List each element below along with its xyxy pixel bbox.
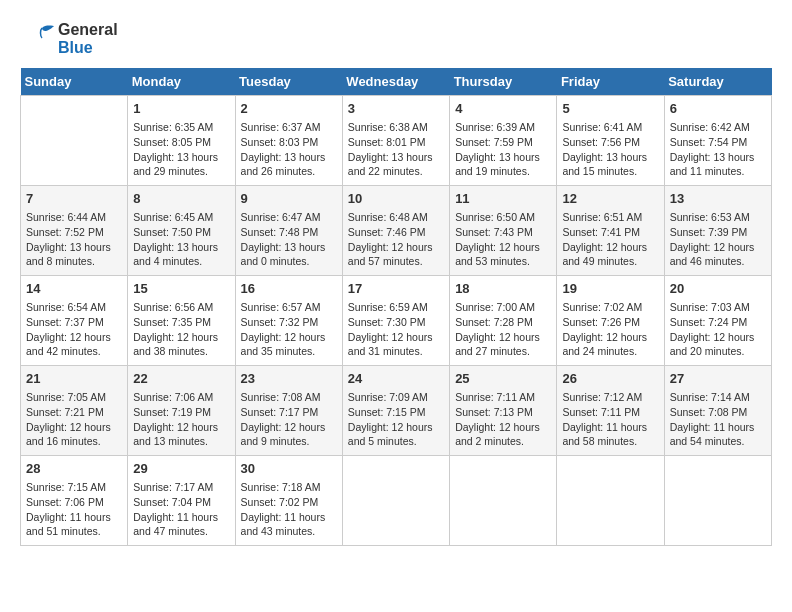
day-info: Sunrise: 7:03 AMSunset: 7:24 PMDaylight:…	[670, 300, 766, 359]
calendar-cell: 9Sunrise: 6:47 AMSunset: 7:48 PMDaylight…	[235, 186, 342, 276]
week-row-1: 7Sunrise: 6:44 AMSunset: 7:52 PMDaylight…	[21, 186, 772, 276]
day-number: 10	[348, 190, 444, 208]
day-number: 30	[241, 460, 337, 478]
day-number: 23	[241, 370, 337, 388]
week-row-4: 28Sunrise: 7:15 AMSunset: 7:06 PMDayligh…	[21, 456, 772, 546]
calendar-cell: 5Sunrise: 6:41 AMSunset: 7:56 PMDaylight…	[557, 96, 664, 186]
calendar-cell: 7Sunrise: 6:44 AMSunset: 7:52 PMDaylight…	[21, 186, 128, 276]
day-number: 16	[241, 280, 337, 298]
day-number: 21	[26, 370, 122, 388]
day-info: Sunrise: 6:42 AMSunset: 7:54 PMDaylight:…	[670, 120, 766, 179]
day-number: 6	[670, 100, 766, 118]
calendar-cell: 27Sunrise: 7:14 AMSunset: 7:08 PMDayligh…	[664, 366, 771, 456]
calendar-cell: 18Sunrise: 7:00 AMSunset: 7:28 PMDayligh…	[450, 276, 557, 366]
day-number: 1	[133, 100, 229, 118]
day-number: 2	[241, 100, 337, 118]
day-info: Sunrise: 7:00 AMSunset: 7:28 PMDaylight:…	[455, 300, 551, 359]
day-info: Sunrise: 6:56 AMSunset: 7:35 PMDaylight:…	[133, 300, 229, 359]
calendar-cell: 10Sunrise: 6:48 AMSunset: 7:46 PMDayligh…	[342, 186, 449, 276]
calendar-cell	[450, 456, 557, 546]
calendar-cell: 21Sunrise: 7:05 AMSunset: 7:21 PMDayligh…	[21, 366, 128, 456]
day-info: Sunrise: 6:48 AMSunset: 7:46 PMDaylight:…	[348, 210, 444, 269]
calendar-cell	[557, 456, 664, 546]
logo: General Blue	[20, 20, 118, 58]
day-number: 20	[670, 280, 766, 298]
day-number: 8	[133, 190, 229, 208]
day-number: 26	[562, 370, 658, 388]
calendar-cell: 25Sunrise: 7:11 AMSunset: 7:13 PMDayligh…	[450, 366, 557, 456]
header-cell-sunday: Sunday	[21, 68, 128, 96]
calendar-cell: 4Sunrise: 6:39 AMSunset: 7:59 PMDaylight…	[450, 96, 557, 186]
day-info: Sunrise: 6:54 AMSunset: 7:37 PMDaylight:…	[26, 300, 122, 359]
day-info: Sunrise: 6:47 AMSunset: 7:48 PMDaylight:…	[241, 210, 337, 269]
day-number: 4	[455, 100, 551, 118]
calendar-cell: 28Sunrise: 7:15 AMSunset: 7:06 PMDayligh…	[21, 456, 128, 546]
calendar-body: 1Sunrise: 6:35 AMSunset: 8:05 PMDaylight…	[21, 96, 772, 546]
day-info: Sunrise: 6:37 AMSunset: 8:03 PMDaylight:…	[241, 120, 337, 179]
calendar-cell: 3Sunrise: 6:38 AMSunset: 8:01 PMDaylight…	[342, 96, 449, 186]
day-number: 17	[348, 280, 444, 298]
day-info: Sunrise: 7:02 AMSunset: 7:26 PMDaylight:…	[562, 300, 658, 359]
day-number: 27	[670, 370, 766, 388]
header-cell-tuesday: Tuesday	[235, 68, 342, 96]
header-row: SundayMondayTuesdayWednesdayThursdayFrid…	[21, 68, 772, 96]
calendar-cell: 19Sunrise: 7:02 AMSunset: 7:26 PMDayligh…	[557, 276, 664, 366]
day-info: Sunrise: 6:38 AMSunset: 8:01 PMDaylight:…	[348, 120, 444, 179]
day-info: Sunrise: 7:08 AMSunset: 7:17 PMDaylight:…	[241, 390, 337, 449]
day-info: Sunrise: 6:45 AMSunset: 7:50 PMDaylight:…	[133, 210, 229, 269]
day-info: Sunrise: 6:35 AMSunset: 8:05 PMDaylight:…	[133, 120, 229, 179]
day-info: Sunrise: 6:50 AMSunset: 7:43 PMDaylight:…	[455, 210, 551, 269]
day-info: Sunrise: 7:12 AMSunset: 7:11 PMDaylight:…	[562, 390, 658, 449]
calendar-cell	[21, 96, 128, 186]
day-number: 29	[133, 460, 229, 478]
day-number: 9	[241, 190, 337, 208]
calendar-cell: 16Sunrise: 6:57 AMSunset: 7:32 PMDayligh…	[235, 276, 342, 366]
day-info: Sunrise: 6:59 AMSunset: 7:30 PMDaylight:…	[348, 300, 444, 359]
calendar-cell: 12Sunrise: 6:51 AMSunset: 7:41 PMDayligh…	[557, 186, 664, 276]
calendar-table: SundayMondayTuesdayWednesdayThursdayFrid…	[20, 68, 772, 546]
day-info: Sunrise: 6:39 AMSunset: 7:59 PMDaylight:…	[455, 120, 551, 179]
calendar-cell: 22Sunrise: 7:06 AMSunset: 7:19 PMDayligh…	[128, 366, 235, 456]
day-number: 14	[26, 280, 122, 298]
calendar-cell: 14Sunrise: 6:54 AMSunset: 7:37 PMDayligh…	[21, 276, 128, 366]
day-number: 18	[455, 280, 551, 298]
calendar-cell: 6Sunrise: 6:42 AMSunset: 7:54 PMDaylight…	[664, 96, 771, 186]
week-row-0: 1Sunrise: 6:35 AMSunset: 8:05 PMDaylight…	[21, 96, 772, 186]
day-number: 5	[562, 100, 658, 118]
calendar-cell	[664, 456, 771, 546]
header-cell-friday: Friday	[557, 68, 664, 96]
calendar-header: SundayMondayTuesdayWednesdayThursdayFrid…	[21, 68, 772, 96]
day-info: Sunrise: 7:05 AMSunset: 7:21 PMDaylight:…	[26, 390, 122, 449]
day-info: Sunrise: 7:15 AMSunset: 7:06 PMDaylight:…	[26, 480, 122, 539]
calendar-cell: 29Sunrise: 7:17 AMSunset: 7:04 PMDayligh…	[128, 456, 235, 546]
day-info: Sunrise: 7:14 AMSunset: 7:08 PMDaylight:…	[670, 390, 766, 449]
header-cell-wednesday: Wednesday	[342, 68, 449, 96]
header-cell-monday: Monday	[128, 68, 235, 96]
week-row-2: 14Sunrise: 6:54 AMSunset: 7:37 PMDayligh…	[21, 276, 772, 366]
calendar-cell: 1Sunrise: 6:35 AMSunset: 8:05 PMDaylight…	[128, 96, 235, 186]
day-info: Sunrise: 7:09 AMSunset: 7:15 PMDaylight:…	[348, 390, 444, 449]
day-info: Sunrise: 6:44 AMSunset: 7:52 PMDaylight:…	[26, 210, 122, 269]
calendar-cell: 26Sunrise: 7:12 AMSunset: 7:11 PMDayligh…	[557, 366, 664, 456]
calendar-cell: 17Sunrise: 6:59 AMSunset: 7:30 PMDayligh…	[342, 276, 449, 366]
day-number: 12	[562, 190, 658, 208]
day-info: Sunrise: 7:06 AMSunset: 7:19 PMDaylight:…	[133, 390, 229, 449]
logo-general-text: General	[58, 21, 118, 39]
day-number: 3	[348, 100, 444, 118]
calendar-cell: 2Sunrise: 6:37 AMSunset: 8:03 PMDaylight…	[235, 96, 342, 186]
day-number: 25	[455, 370, 551, 388]
day-info: Sunrise: 7:17 AMSunset: 7:04 PMDaylight:…	[133, 480, 229, 539]
page-header: General Blue	[20, 20, 772, 58]
logo-bird-icon	[20, 20, 58, 58]
calendar-cell: 30Sunrise: 7:18 AMSunset: 7:02 PMDayligh…	[235, 456, 342, 546]
day-info: Sunrise: 7:18 AMSunset: 7:02 PMDaylight:…	[241, 480, 337, 539]
calendar-cell: 24Sunrise: 7:09 AMSunset: 7:15 PMDayligh…	[342, 366, 449, 456]
day-number: 24	[348, 370, 444, 388]
header-cell-thursday: Thursday	[450, 68, 557, 96]
calendar-cell: 23Sunrise: 7:08 AMSunset: 7:17 PMDayligh…	[235, 366, 342, 456]
day-info: Sunrise: 6:53 AMSunset: 7:39 PMDaylight:…	[670, 210, 766, 269]
day-info: Sunrise: 7:11 AMSunset: 7:13 PMDaylight:…	[455, 390, 551, 449]
calendar-cell: 13Sunrise: 6:53 AMSunset: 7:39 PMDayligh…	[664, 186, 771, 276]
calendar-cell: 11Sunrise: 6:50 AMSunset: 7:43 PMDayligh…	[450, 186, 557, 276]
day-number: 22	[133, 370, 229, 388]
